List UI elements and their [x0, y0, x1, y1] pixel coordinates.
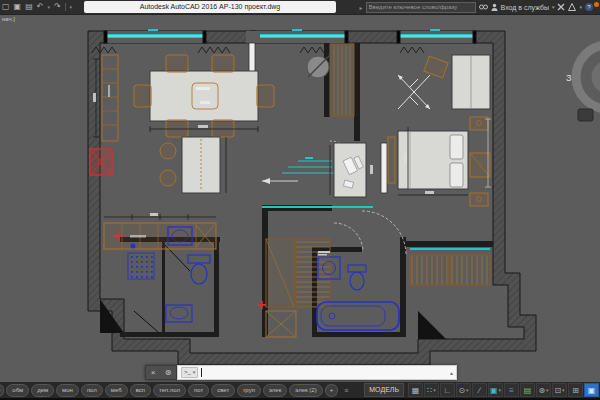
isodraft-icon[interactable]: ∕	[472, 383, 487, 397]
command-grip[interactable]: × ⊛	[145, 365, 177, 380]
infocenter: ▸ Вход в службы ▾ ▾ ?	[360, 0, 599, 14]
share-caret-icon[interactable]: ▾	[579, 4, 582, 10]
kitchen-counter[interactable]	[104, 223, 216, 249]
viewcube-west-label[interactable]: З	[566, 73, 571, 83]
close-icon[interactable]: ×	[151, 368, 156, 377]
new-layout-button[interactable]: +	[325, 384, 339, 397]
new-icon[interactable]: ▢	[2, 0, 10, 14]
title-bar: ▢ ▣ ▤ ↶ ▾ ↷ ▾ Autodesk AutoCAD 2016 АР-1…	[0, 0, 600, 14]
layout-tab-partial[interactable]: е	[0, 384, 4, 397]
bedroom[interactable]	[388, 55, 490, 206]
search-input[interactable]	[366, 2, 476, 13]
wc-shower[interactable]	[128, 244, 210, 323]
workspace-gear-icon[interactable]: ⊛▾	[536, 383, 551, 397]
command-echo-fragment: нач.]	[2, 16, 15, 22]
layout-tab[interactable]: дем	[31, 384, 54, 397]
layout-tab[interactable]: мон	[56, 384, 79, 397]
model-space-toggle[interactable]: МОДЕЛЬ	[364, 383, 404, 397]
layout-tab[interactable]: всп	[130, 384, 151, 397]
layout-tab[interactable]: элек (2)	[289, 384, 322, 397]
radiators	[92, 47, 424, 53]
drawing-area[interactable]: нач.]	[0, 14, 600, 383]
annotation-visibility-icon[interactable]: ≡	[504, 383, 519, 397]
status-row: е обм дем мон пол меб всп теп.пол пот св…	[0, 382, 600, 398]
exchange-icon[interactable]	[557, 3, 565, 12]
clean-screen-button[interactable]: ▣	[584, 383, 599, 397]
navbar-button	[578, 109, 593, 121]
layout-tab[interactable]: свет	[211, 384, 235, 397]
object-snap-icon[interactable]: ▣▾	[488, 383, 503, 397]
recent-commands-caret-icon[interactable]: ▾	[193, 368, 196, 377]
polar-tracking-icon[interactable]: ⊙▾	[456, 383, 471, 397]
annotation-scale-icon[interactable]: ▤	[520, 383, 535, 397]
signin-caret-icon[interactable]: ▾	[552, 4, 555, 10]
snap-icon[interactable]: ∷▾	[424, 383, 439, 397]
command-prompt-badge[interactable]: >_ ▾	[181, 367, 198, 378]
notification-badge	[594, 2, 599, 7]
layout-tab[interactable]: меб	[105, 384, 128, 397]
print-icon[interactable]: ▤	[25, 0, 33, 14]
hall-closets[interactable]	[258, 239, 330, 337]
command-input-field[interactable]: >_ ▾ ▴	[177, 365, 457, 380]
layout-tab[interactable]: элек	[263, 384, 287, 397]
prompt-glyph: >_	[184, 368, 191, 377]
save-icon[interactable]: ▣	[14, 0, 22, 14]
undo-icon[interactable]: ↶	[37, 0, 44, 14]
layout-tabs: е обм дем мон пол меб всп теп.пол пот св…	[0, 384, 352, 397]
customize-icon[interactable]: ⊛	[165, 368, 172, 377]
share-icon[interactable]	[568, 3, 576, 12]
binoculars-icon[interactable]	[479, 3, 488, 12]
floor-plan-canvas[interactable]: З	[0, 15, 600, 367]
red-highlight-unit[interactable]	[90, 149, 112, 175]
layout-overflow-icon[interactable]: ≡	[344, 387, 348, 394]
viewcube[interactable]: З	[566, 45, 600, 121]
ortho-icon[interactable]: ∟	[440, 383, 455, 397]
user-icon	[491, 3, 498, 12]
collapse-icon[interactable]: ▴	[450, 369, 453, 376]
lounge-set[interactable]	[160, 137, 220, 193]
layout-tab[interactable]: груп	[237, 384, 261, 397]
redo-icon[interactable]: ↷	[54, 0, 61, 14]
layout-tab[interactable]: пол	[81, 384, 103, 397]
window-title: Autodesk AutoCAD 2016 АР-130 проект.dwg	[84, 1, 336, 13]
entry-wardrobes[interactable]	[410, 255, 490, 285]
help-icon[interactable]: ?	[585, 3, 593, 11]
undo-caret-icon[interactable]: ▾	[47, 0, 50, 14]
status-bar: МОДЕЛЬ ▦ ∷▾ ∟ ⊙▾ ∕ ▣▾ ≡ ▤ ⊛▾ ⊡▾ ⊞ ▣	[364, 383, 600, 397]
left-cabinet[interactable]	[102, 55, 118, 141]
signin-label[interactable]: Вход в службы	[501, 4, 549, 11]
quick-access-toolbar: ▢ ▣ ▤ ↶ ▾ ↷ ▾	[2, 0, 72, 14]
qat-menu-caret-icon[interactable]: ▾	[70, 0, 73, 14]
command-line[interactable]: × ⊛ >_ ▾ ▴	[145, 365, 457, 380]
isolate-objects-icon[interactable]: ⊞	[568, 383, 583, 397]
autocad-window: ▢ ▣ ▤ ↶ ▾ ↷ ▾ Autodesk AutoCAD 2016 АР-1…	[0, 0, 600, 400]
text-cursor	[201, 368, 202, 377]
infocenter-arrow-icon[interactable]: ▸	[360, 4, 363, 11]
layout-tab[interactable]: обм	[6, 384, 29, 397]
toolbar-divider	[65, 3, 66, 11]
layout-tab[interactable]: пот	[188, 384, 209, 397]
dimension-cross	[398, 75, 430, 109]
grid-icon[interactable]: ▦	[408, 383, 423, 397]
study-nook[interactable]	[307, 44, 387, 197]
units-icon[interactable]: ⊡▾	[552, 383, 567, 397]
layout-tab[interactable]: теп.пол	[153, 384, 186, 397]
